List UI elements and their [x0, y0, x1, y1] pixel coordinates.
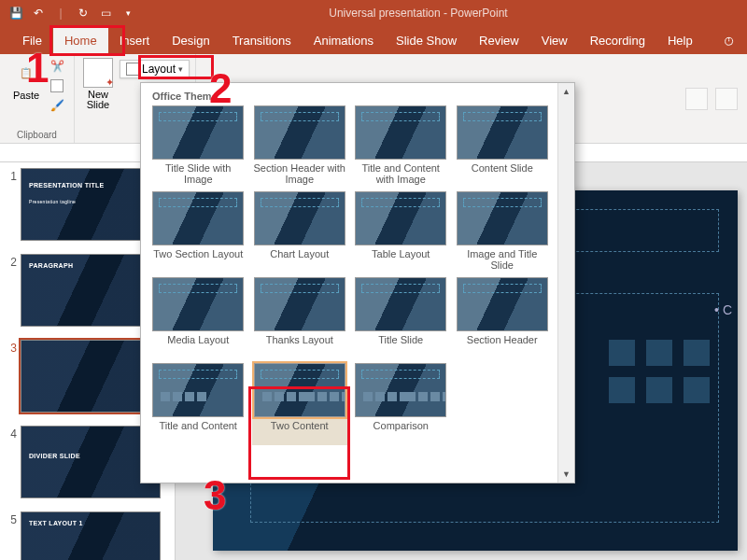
insert-online-picture-icon[interactable] [646, 377, 672, 403]
layout-option-label: Comparison [354, 417, 447, 445]
layout-thumbnail [355, 363, 446, 417]
group-label-clipboard: Clipboard [6, 130, 68, 141]
new-slide-button[interactable]: ✦ New Slide [80, 58, 116, 110]
paste-button[interactable]: 📋 Paste [6, 58, 47, 101]
cut-button[interactable]: ✂️ [50, 58, 64, 75]
layout-gallery-grid: Title Slide with ImageSection Header wit… [150, 105, 550, 445]
layout-option[interactable]: Section Header with Image [252, 105, 348, 188]
layout-option-label: Two Section Layout [151, 245, 245, 273]
save-icon[interactable]: 💾 [7, 5, 24, 21]
layout-option[interactable]: Chart Layout [252, 191, 348, 273]
ribbon-tabs: File Home Insert Design Transitions Anim… [0, 26, 747, 54]
layout-thumbnail [355, 105, 446, 160]
thumbnail-number: 1 [4, 168, 17, 183]
new-slide-icon: ✦ [83, 58, 113, 88]
thumbnail-number: 3 [4, 340, 17, 355]
arrange-button[interactable] [715, 88, 738, 110]
layout-thumbnail [254, 277, 345, 331]
qat-sep: | [52, 5, 69, 21]
layout-option-label: Media Layout [151, 331, 245, 359]
layout-label: Layout [142, 63, 176, 76]
group-clipboard: 📋 Paste ✂️ 🖌️ Clipboard [0, 54, 75, 143]
group-drawing [605, 54, 748, 143]
layout-option[interactable]: Title and Content with Image [353, 105, 449, 188]
bullet-text: • C [714, 302, 732, 317]
layout-option-label: Table Layout [354, 245, 447, 273]
tab-transitions[interactable]: Transitions [221, 26, 303, 54]
layout-thumbnail [457, 191, 548, 245]
tab-animations[interactable]: Animations [303, 26, 385, 54]
layout-option-label: Title and Content with Image [354, 160, 447, 188]
redo-icon[interactable]: ↻ [75, 5, 92, 21]
tab-review[interactable]: Review [468, 26, 530, 54]
layout-option[interactable]: Content Slide [455, 105, 551, 188]
layout-button[interactable]: Layout ▾ [120, 60, 190, 78]
thumbnail[interactable]: TEXT LAYOUT 1 [21, 511, 161, 560]
layout-option[interactable]: Thanks Layout [252, 277, 348, 359]
layout-thumbnail [355, 191, 446, 245]
window-title: Universal presentation - PowerPoint [136, 7, 747, 20]
thumbnail-title: TEXT LAYOUT 1 [29, 520, 83, 526]
slideshow-icon[interactable]: ▭ [97, 5, 114, 21]
layout-option[interactable]: Two Section Layout [150, 191, 247, 273]
insert-chart-icon[interactable] [646, 340, 672, 366]
layout-gallery-popup: Office Theme Title Slide with ImageSecti… [140, 82, 575, 483]
tab-slideshow[interactable]: Slide Show [385, 26, 468, 54]
layout-option[interactable]: Title Slide [353, 277, 449, 359]
layout-option-label: Section Header [456, 331, 549, 359]
layout-option-label: Title Slide with Image [151, 160, 245, 188]
layout-option-label: Title Slide [354, 331, 447, 359]
insert-table-icon[interactable] [609, 340, 635, 366]
insert-video-icon[interactable] [684, 377, 710, 403]
gallery-theme-label: Office Theme [150, 89, 550, 105]
paste-label: Paste [13, 90, 39, 101]
layout-thumbnail [152, 363, 244, 417]
layout-option-label: Thanks Layout [253, 331, 346, 359]
layout-thumbnail [457, 105, 548, 160]
layout-thumbnail [152, 191, 244, 245]
insert-smartart-icon[interactable] [684, 340, 710, 366]
copy-icon [50, 79, 63, 92]
shapes-gallery[interactable] [685, 88, 708, 110]
title-bar: 💾 ↶ | ↻ ▭ ▾ Universal presentation - Pow… [0, 0, 747, 26]
thumbnail-title: PARAGRAPH [29, 262, 73, 269]
layout-option[interactable]: Image and Title Slide [455, 191, 551, 273]
copy-button[interactable] [50, 77, 64, 94]
insert-picture-icon[interactable] [609, 377, 635, 403]
gallery-scrollbar[interactable]: ▲ ▼ [557, 83, 574, 483]
customize-qat-icon[interactable]: ▾ [120, 5, 136, 21]
layout-option[interactable]: Title Slide with Image [150, 105, 247, 188]
layout-option-label: Image and Title Slide [456, 245, 549, 273]
paste-icon: 📋 [11, 58, 41, 88]
layout-thumbnail [254, 191, 345, 245]
scroll-up-icon[interactable]: ▲ [558, 83, 574, 100]
layout-icon [126, 63, 139, 76]
format-painter-button[interactable]: 🖌️ [50, 97, 64, 114]
format-painter-icon: 🖌️ [50, 99, 64, 112]
thumbnail-row[interactable]: 5 TEXT LAYOUT 1 [4, 511, 171, 560]
quick-access-toolbar: 💾 ↶ | ↻ ▭ ▾ [0, 5, 136, 21]
layout-option[interactable]: Table Layout [353, 191, 449, 273]
tab-insert[interactable]: Insert [108, 26, 162, 54]
tab-file[interactable]: File [11, 26, 53, 54]
tab-home[interactable]: Home [53, 26, 108, 54]
new-slide-label: New Slide [87, 90, 109, 110]
layout-option[interactable]: Two Content [252, 363, 348, 445]
layout-thumbnail [457, 277, 548, 331]
thumbnail-number: 5 [4, 511, 17, 526]
tell-me-icon[interactable] [723, 26, 747, 54]
thumbnail-sub: Presentation tagline [29, 199, 76, 204]
layout-option[interactable]: Title and Content [150, 363, 247, 445]
layout-option[interactable]: Media Layout [150, 277, 247, 359]
layout-option-label: Two Content [253, 417, 346, 445]
layout-option[interactable]: Section Header [455, 277, 551, 359]
tab-view[interactable]: View [530, 26, 579, 54]
undo-icon[interactable]: ↶ [30, 5, 47, 21]
tab-design[interactable]: Design [161, 26, 220, 54]
layout-thumbnail [355, 277, 446, 331]
layout-option[interactable]: Comparison [353, 363, 449, 445]
scroll-down-icon[interactable]: ▼ [558, 466, 574, 483]
layout-option-label: Chart Layout [253, 245, 346, 273]
tab-help[interactable]: Help [656, 26, 704, 54]
tab-recording[interactable]: Recording [579, 26, 656, 54]
